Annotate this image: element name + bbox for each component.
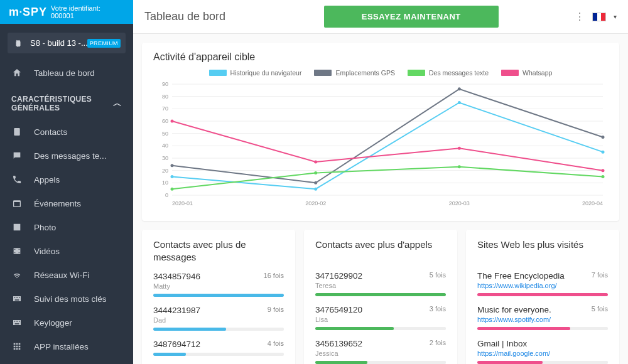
contact-name: Lisa	[315, 316, 362, 323]
list: 3471629902Teresa5 fois3476549120Lisa3 fo…	[315, 271, 446, 364]
svg-text:10: 10	[162, 179, 168, 186]
svg-point-37	[314, 160, 317, 163]
sidebar-item-contacts[interactable]: Contacts	[0, 120, 133, 144]
stats-columns: Contacts avec plus de messages 343485794…	[142, 230, 619, 364]
svg-text:2020-03: 2020-03	[449, 200, 470, 206]
chevron-up-icon: ︿	[113, 98, 122, 109]
caret-down-icon[interactable]: ▾	[614, 13, 617, 20]
sidebar-item-keywords[interactable]: Suivi des mots clés	[0, 287, 133, 311]
logo-bar: m⋅mSPYSPY Votre identifiant: 000001	[0, 0, 133, 24]
nav-section-general[interactable]: CARACTÉRISTIQUES GÉNÉRALES ︿	[0, 85, 133, 116]
svg-text:60: 60	[162, 118, 168, 124]
device-name: S8 - build 13 -...	[30, 38, 88, 48]
main: Tableau de bord ESSAYEZ MAINTENANT ⋮ ▾ A…	[133, 0, 628, 364]
svg-point-31	[602, 136, 605, 139]
keyboard-icon	[11, 317, 23, 328]
sidebar-item-calls[interactable]: Appels	[0, 168, 133, 191]
flag-france-icon[interactable]	[592, 13, 606, 21]
progress-bar	[477, 361, 608, 364]
contact-name: Matty	[153, 282, 200, 290]
svg-point-26	[458, 101, 461, 104]
premium-badge: PREMIUM	[87, 39, 121, 48]
nav-general: Contacts Des messages te... Appels Événe…	[0, 120, 133, 358]
col-calls: Contacts avec plus d'appels 3471629902Te…	[304, 230, 457, 364]
list-item[interactable]: 3476549120Lisa3 fois	[315, 305, 446, 330]
progress-bar	[477, 293, 608, 296]
device-selector[interactable]: S8 - build 13 -... PREMIUM	[8, 33, 126, 53]
svg-text:30: 30	[162, 155, 168, 161]
svg-point-27	[602, 151, 605, 154]
svg-point-33	[314, 171, 317, 174]
site-link[interactable]: https://mail.google.com/	[477, 350, 550, 357]
sidebar-item-keylogger[interactable]: Keylogger	[0, 311, 133, 335]
message-icon	[11, 150, 23, 161]
sidebar-item-photo[interactable]: Photo	[0, 215, 133, 239]
legend-item[interactable]: Des messages texte	[408, 69, 489, 77]
topbar: Tableau de bord ESSAYEZ MAINTENANT ⋮ ▾	[133, 0, 628, 34]
legend-item[interactable]: Whatsapp	[501, 69, 552, 77]
wifi-icon	[11, 269, 23, 281]
svg-point-25	[314, 188, 317, 191]
svg-text:40: 40	[162, 142, 168, 149]
site-link[interactable]: https://www.wikipedia.org/	[477, 282, 565, 289]
sidebar-item-wifi[interactable]: Réseaux Wi-Fi	[0, 263, 133, 287]
sidebar-item-events[interactable]: Événements	[0, 191, 133, 215]
more-icon[interactable]: ⋮	[575, 11, 585, 23]
svg-text:80: 80	[162, 94, 168, 100]
svg-text:20: 20	[162, 168, 168, 174]
sidebar-item-dashboard[interactable]: Tableau de bord	[0, 61, 133, 85]
svg-text:2020-02: 2020-02	[305, 200, 326, 206]
legend-swatch	[408, 70, 425, 76]
list-item[interactable]: The Free Encyclopediahttps://www.wikiped…	[477, 271, 608, 296]
col-websites: Sites Web les plus visités The Free Ency…	[466, 230, 619, 364]
contact-name: Dad	[153, 316, 200, 324]
video-icon	[11, 245, 23, 257]
list-item[interactable]: 34876947124 fois	[153, 340, 284, 356]
sidebar-item-apps[interactable]: APP installées	[0, 335, 133, 358]
calendar-icon	[11, 198, 23, 209]
nav-primary: Tableau de bord	[0, 61, 133, 85]
list-item[interactable]: 3444231987Dad9 fois	[153, 306, 284, 331]
chart-title: Activité d'appareil cible	[153, 51, 608, 63]
sidebar-item-videos[interactable]: Vidéos	[0, 239, 133, 263]
legend-item[interactable]: Emplacements GPS	[314, 69, 395, 77]
chart-area: 01020304050607080902020-012020-022020-03…	[153, 80, 608, 212]
progress-bar	[315, 361, 446, 364]
progress-bar	[477, 327, 608, 330]
list-item[interactable]: 3434857946Matty16 fois	[153, 272, 284, 297]
page-title: Tableau de bord	[144, 10, 225, 23]
home-icon	[11, 67, 23, 78]
android-icon	[14, 39, 23, 48]
sidebar-item-messages[interactable]: Des messages te...	[0, 144, 133, 168]
chart-card: Activité d'appareil cible Historique du …	[142, 43, 619, 221]
svg-text:50: 50	[162, 131, 168, 137]
list-item[interactable]: Music for everyone.https://www.spotify.c…	[477, 305, 608, 330]
try-now-button[interactable]: ESSAYEZ MAINTENANT	[324, 6, 499, 28]
progress-bar	[153, 328, 284, 331]
sidebar-item-label: Tableau de bord	[34, 68, 95, 78]
col-title: Contacts avec plus d'appels	[315, 238, 446, 262]
list: 3434857946Matty16 fois3444231987Dad9 foi…	[153, 272, 284, 356]
list-item[interactable]: 3456139652Jessica2 fois	[315, 339, 446, 364]
clipboard-icon	[11, 126, 23, 137]
svg-point-32	[171, 188, 174, 191]
svg-text:90: 90	[162, 81, 168, 87]
svg-point-30	[458, 87, 461, 90]
sidebar: m⋅mSPYSPY Votre identifiant: 000001 S8 -…	[0, 0, 133, 364]
list-item[interactable]: 3471629902Teresa5 fois	[315, 271, 446, 296]
svg-point-38	[458, 147, 461, 150]
svg-text:2020-01: 2020-01	[172, 200, 193, 206]
phone-icon	[11, 174, 23, 185]
svg-text:70: 70	[162, 105, 168, 112]
keyboard-icon	[11, 293, 23, 304]
contact-name: Jessica	[315, 350, 362, 357]
list-item[interactable]: Gmail | Inboxhttps://mail.google.com/	[477, 339, 608, 364]
col-title: Contacts avec plus de messages	[153, 238, 284, 263]
site-link[interactable]: https://www.spotify.com/	[477, 316, 551, 323]
col-messages: Contacts avec plus de messages 343485794…	[142, 230, 295, 364]
legend-item[interactable]: Historique du navigateur	[209, 69, 302, 77]
svg-point-35	[602, 175, 605, 178]
legend-swatch	[314, 70, 332, 76]
svg-point-36	[171, 120, 174, 123]
legend-swatch	[501, 70, 519, 76]
